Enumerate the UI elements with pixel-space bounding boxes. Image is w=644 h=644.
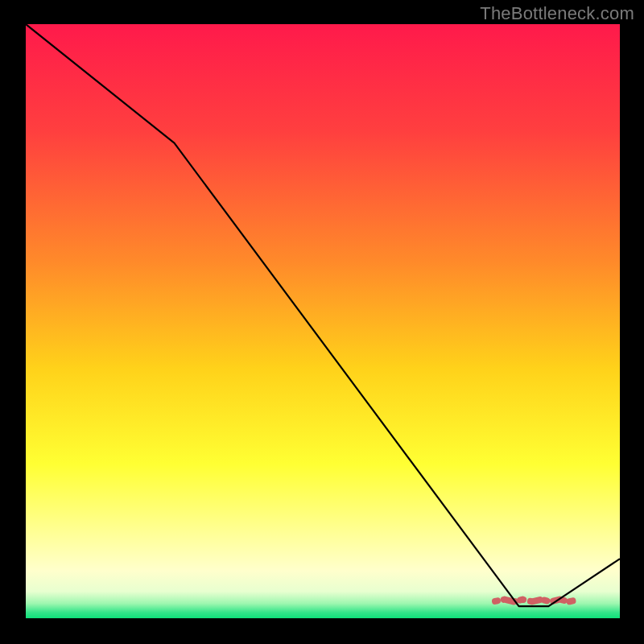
plot-area	[26, 24, 620, 618]
marker-band	[495, 600, 578, 602]
gradient-background	[26, 24, 620, 618]
chart-svg	[26, 24, 620, 618]
watermark-text: TheBottleneck.com	[480, 3, 634, 24]
chart-frame: TheBottleneck.com	[0, 0, 644, 644]
